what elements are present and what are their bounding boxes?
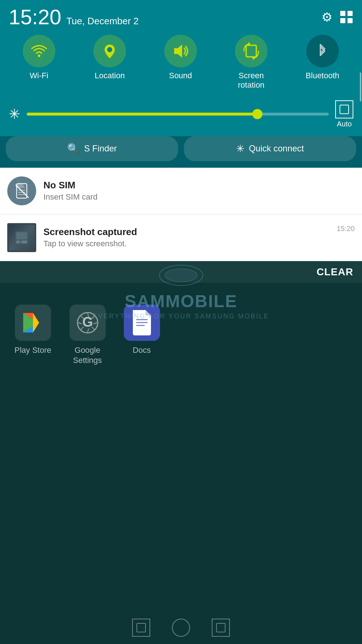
screenshot-thumbnail	[7, 223, 36, 252]
svg-text:G: G	[82, 314, 93, 330]
s-finder-button[interactable]: 🔍 S Finder	[6, 136, 178, 161]
quick-connect-button[interactable]: ✳ Quick connect	[184, 136, 356, 161]
back-icon	[136, 623, 146, 633]
auto-brightness-button[interactable]: Auto	[335, 100, 353, 128]
quick-connect-label: Quick connect	[249, 143, 304, 154]
auto-label: Auto	[337, 120, 352, 128]
docs-icon-box	[124, 305, 160, 341]
notification-screenshot[interactable]: Screenshot captured Tap to view screensh…	[0, 214, 362, 261]
svg-rect-26	[137, 623, 146, 632]
toggle-sound[interactable]: Sound	[164, 35, 197, 90]
svg-rect-23	[136, 319, 148, 320]
svg-rect-1	[348, 11, 353, 16]
scroll-hint	[360, 72, 361, 101]
s-finder-icon: 🔍	[67, 143, 80, 155]
notification-panel: 15:20 Tue, December 2 ⚙	[0, 0, 362, 136]
back-button[interactable]	[132, 619, 150, 637]
status-bar: 15:20 Tue, December 2 ⚙	[0, 0, 362, 31]
brightness-fill	[27, 113, 262, 116]
svg-rect-24	[136, 322, 148, 323]
screenshot-title: Screenshot captured	[43, 226, 329, 238]
clear-button[interactable]: CLEAR	[317, 266, 353, 278]
home-screen: Play Store G GoogleSettings Docs	[0, 283, 362, 366]
notification-no-sim[interactable]: No SIM Insert SIM card	[0, 168, 362, 214]
brightness-row: ✳ Auto	[0, 97, 362, 136]
svg-rect-18	[21, 241, 27, 243]
svg-rect-0	[340, 11, 345, 16]
wifi-icon	[30, 42, 48, 60]
notifications-area: No SIM Insert SIM card Screenshot captur…	[0, 168, 362, 261]
sound-icon	[171, 42, 190, 60]
bluetooth-toggle-circle	[306, 35, 339, 67]
no-sim-icon	[7, 176, 36, 205]
screenshot-subtitle: Tap to view screenshot.	[43, 239, 329, 248]
recent-apps-button[interactable]	[212, 619, 230, 637]
google-settings-icon-box: G	[70, 305, 106, 341]
status-bar-icons: ⚙	[321, 10, 353, 24]
app-docs[interactable]: Docs	[124, 305, 160, 356]
svg-point-5	[107, 47, 112, 52]
svg-rect-27	[216, 623, 225, 632]
location-toggle-circle	[93, 35, 126, 67]
screenshot-thumb-inner	[9, 225, 35, 251]
svg-marker-6	[174, 45, 182, 58]
svg-rect-2	[340, 18, 345, 23]
google-settings-icon: G	[75, 310, 100, 335]
no-sim-title: No SIM	[43, 180, 355, 191]
wifi-toggle-circle	[23, 35, 55, 67]
grid-icon[interactable]	[340, 10, 353, 24]
quick-connect-icon: ✳	[236, 143, 244, 155]
action-buttons: 🔍 S Finder ✳ Quick connect	[0, 136, 362, 168]
app-google-settings[interactable]: G GoogleSettings	[70, 305, 106, 366]
toggle-screen-rotation[interactable]: Screenrotation	[235, 35, 268, 90]
svg-rect-16	[16, 232, 27, 239]
play-store-icon-box	[15, 305, 51, 341]
app-play-store[interactable]: Play Store	[14, 305, 51, 356]
quick-toggles: Wi-Fi Location Sound	[0, 31, 362, 97]
screenshot-preview-icon	[14, 230, 29, 245]
brightness-slider[interactable]	[27, 113, 329, 116]
svg-rect-3	[348, 18, 353, 23]
svg-point-4	[38, 55, 40, 57]
no-sim-subtitle: Insert SIM card	[43, 192, 355, 202]
svg-rect-7	[246, 45, 256, 57]
docs-icon	[131, 310, 153, 335]
google-settings-label: GoogleSettings	[73, 345, 102, 366]
screen-rotation-toggle-circle	[235, 35, 268, 67]
brightness-thumb[interactable]	[252, 109, 262, 119]
settings-icon[interactable]: ⚙	[321, 10, 332, 24]
sim-icon	[13, 182, 30, 200]
toggle-location[interactable]: Location	[93, 35, 126, 90]
auto-icon	[339, 104, 349, 114]
bottom-nav	[0, 611, 362, 644]
svg-rect-8	[340, 105, 349, 114]
clear-row: CLEAR	[0, 261, 362, 283]
brightness-track	[27, 113, 329, 116]
screen-rotation-label: Screenrotation	[238, 71, 264, 90]
svg-rect-25	[136, 325, 145, 326]
wifi-label: Wi-Fi	[30, 71, 48, 80]
bluetooth-icon	[313, 42, 332, 60]
recent-apps-icon	[216, 623, 226, 633]
brightness-icon: ✳	[9, 106, 20, 122]
time-display: 15:20	[9, 7, 61, 28]
screenshot-content: Screenshot captured Tap to view screensh…	[43, 226, 329, 248]
play-store-icon	[20, 310, 46, 335]
sound-label: Sound	[169, 71, 192, 80]
toggle-bluetooth[interactable]: Bluetooth	[306, 35, 339, 90]
status-bar-left: 15:20 Tue, December 2	[9, 7, 139, 28]
no-sim-content: No SIM Insert SIM card	[43, 180, 355, 202]
location-label: Location	[95, 71, 125, 80]
play-store-label: Play Store	[14, 345, 51, 356]
s-finder-label: S Finder	[84, 143, 117, 154]
location-icon	[100, 42, 119, 60]
auto-brightness-box	[335, 100, 353, 118]
home-button[interactable]	[172, 619, 190, 637]
docs-label: Docs	[132, 345, 151, 356]
bluetooth-label: Bluetooth	[306, 71, 339, 80]
toggle-wifi[interactable]: Wi-Fi	[23, 35, 55, 90]
date-display: Tue, December 2	[66, 16, 139, 27]
screenshot-time: 15:20	[337, 223, 355, 233]
screen-rotation-icon	[242, 42, 261, 60]
sound-toggle-circle	[164, 35, 197, 67]
